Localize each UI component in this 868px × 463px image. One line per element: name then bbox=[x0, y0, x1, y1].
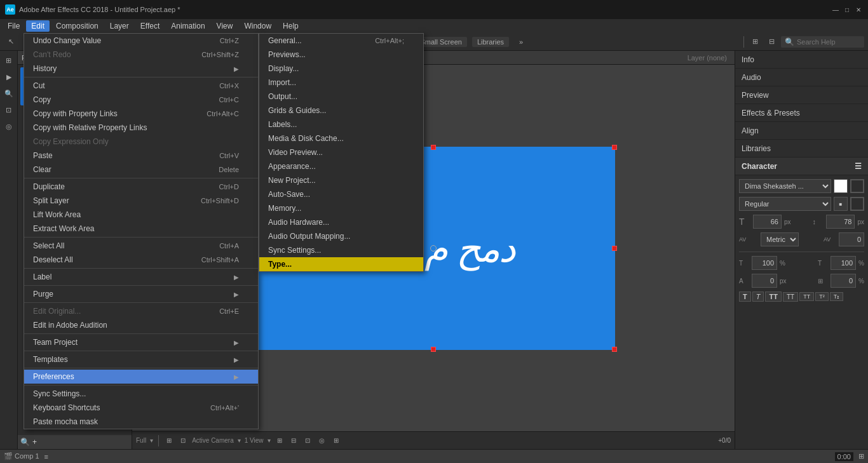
viewer-toggle-1[interactable]: ⊞ bbox=[748, 35, 762, 49]
menu-templates[interactable]: Templates ▶ bbox=[24, 352, 258, 366]
sub-button[interactable]: T₂ bbox=[830, 292, 844, 301]
menu-effect[interactable]: Effect bbox=[135, 20, 165, 32]
pref-sync-settings[interactable]: Sync Settings... bbox=[259, 243, 423, 257]
italic-button[interactable]: T bbox=[752, 292, 764, 302]
search-input[interactable] bbox=[797, 38, 860, 46]
minimize-button[interactable]: — bbox=[831, 5, 840, 14]
menu-help[interactable]: Help bbox=[278, 20, 304, 32]
menu-label[interactable]: Label ▶ bbox=[24, 270, 258, 284]
handle-br[interactable] bbox=[612, 347, 617, 352]
viewer-toggle-2[interactable]: ⊟ bbox=[764, 35, 778, 49]
menu-team-project[interactable]: Team Project ▶ bbox=[24, 335, 258, 349]
menu-edit-original[interactable]: Edit Original... Ctrl+E bbox=[24, 304, 258, 318]
small-caps-button[interactable]: TT bbox=[799, 292, 814, 301]
menu-duplicate[interactable]: Duplicate Ctrl+D bbox=[24, 180, 258, 194]
bold-style-button[interactable]: TT bbox=[765, 292, 781, 302]
menu-keyboard-shortcuts[interactable]: Keyboard Shortcuts Ctrl+Alt+' bbox=[24, 401, 258, 415]
menu-paste-mocha[interactable]: Paste mocha mask bbox=[24, 415, 258, 429]
handle-mr[interactable] bbox=[612, 246, 617, 251]
menu-copy-property-links[interactable]: Copy with Property Links Ctrl+Alt+C bbox=[24, 107, 258, 121]
all-caps-button[interactable]: TT bbox=[783, 292, 798, 302]
pref-audio-output[interactable]: Audio Output Mapping... bbox=[259, 229, 423, 243]
pref-previews[interactable]: Previews... bbox=[259, 48, 423, 62]
fill-color-swatch[interactable] bbox=[834, 179, 848, 193]
leading-input[interactable] bbox=[826, 215, 855, 229]
pref-auto-save[interactable]: Auto-Save... bbox=[259, 187, 423, 201]
handle-tr[interactable] bbox=[612, 145, 617, 150]
handle-tm[interactable] bbox=[431, 145, 436, 150]
search-left-icon[interactable]: 🔍 bbox=[2, 86, 16, 100]
scale-v-input[interactable] bbox=[831, 256, 856, 270]
style-select[interactable]: Regular bbox=[739, 197, 831, 211]
pref-type[interactable]: Type... bbox=[259, 257, 423, 271]
panel-item-effects[interactable]: Effects & Presets bbox=[735, 104, 868, 122]
menu-copy-relative[interactable]: Copy with Relative Property Links bbox=[24, 121, 258, 135]
menu-undo[interactable]: Undo Change Value Ctrl+Z bbox=[24, 34, 258, 48]
menu-deselect-all[interactable]: Deselect All Ctrl+Shift+A bbox=[24, 253, 258, 267]
project-add-icon[interactable]: + bbox=[32, 438, 37, 446]
pref-grids[interactable]: Grids & Guides... bbox=[259, 104, 423, 117]
menu-history[interactable]: History ▶ bbox=[24, 62, 258, 76]
pref-display[interactable]: Display... bbox=[259, 62, 423, 76]
panel-item-character[interactable]: Character ☰ bbox=[735, 158, 868, 175]
pref-new-project[interactable]: New Project... bbox=[259, 173, 423, 187]
project-search-icon[interactable]: 🔍 bbox=[20, 438, 30, 446]
menu-sync-settings[interactable]: Sync Settings... bbox=[24, 387, 258, 401]
color-stroke-icon[interactable] bbox=[850, 197, 864, 211]
font-size-input[interactable] bbox=[753, 215, 782, 229]
scale-h-input[interactable] bbox=[752, 256, 777, 270]
tsukuri-input[interactable] bbox=[831, 274, 856, 288]
pref-media-cache[interactable]: Media & Disk Cache... bbox=[259, 131, 423, 145]
comp-ctrl-6[interactable]: ◎ bbox=[316, 436, 327, 445]
stroke-color-swatch[interactable] bbox=[850, 179, 864, 193]
pref-labels[interactable]: Labels... bbox=[259, 117, 423, 131]
preview-icon[interactable]: ▶ bbox=[2, 70, 16, 84]
menu-select-all[interactable]: Select All Ctrl+A bbox=[24, 239, 258, 253]
effects-icon[interactable]: ⊡ bbox=[2, 103, 16, 117]
menu-file[interactable]: File bbox=[3, 20, 25, 32]
tracking-input[interactable] bbox=[839, 232, 864, 246]
comp-ctrl-7[interactable]: ⊞ bbox=[331, 436, 341, 445]
menu-window[interactable]: Window bbox=[239, 20, 276, 32]
comp-ctrl-3[interactable]: ⊞ bbox=[275, 436, 285, 445]
pref-appearance[interactable]: Appearance... bbox=[259, 159, 423, 173]
maximize-button[interactable]: □ bbox=[843, 5, 851, 14]
menu-copy-expression[interactable]: Copy Expression Only bbox=[24, 135, 258, 149]
panel-item-info[interactable]: Info bbox=[735, 51, 868, 69]
pref-general[interactable]: General... Ctrl+Alt+; bbox=[259, 34, 423, 48]
menu-copy[interactable]: Copy Ctrl+C bbox=[24, 93, 258, 107]
menu-split-layer[interactable]: Split Layer Ctrl+Shift+D bbox=[24, 194, 258, 208]
super-button[interactable]: T² bbox=[815, 292, 829, 301]
pref-import[interactable]: Import... bbox=[259, 76, 423, 90]
menu-lift-work-area[interactable]: Lift Work Area bbox=[24, 208, 258, 222]
color-picker-icon[interactable]: ■ bbox=[834, 197, 848, 211]
menu-preferences[interactable]: Preferences ▶ bbox=[24, 370, 258, 384]
handle-bm[interactable] bbox=[431, 347, 436, 352]
comp-ctrl-5[interactable]: ⊡ bbox=[302, 436, 313, 445]
menu-extract-work-area[interactable]: Extract Work Area bbox=[24, 222, 258, 236]
select-tool[interactable]: ↖ bbox=[4, 35, 18, 49]
menu-edit-audition[interactable]: Edit in Adobe Audition bbox=[24, 318, 258, 332]
tools-icon[interactable]: ⊞ bbox=[2, 53, 16, 67]
pref-output[interactable]: Output... bbox=[259, 90, 423, 104]
font-select[interactable]: Dima Shekasteh ... bbox=[739, 179, 831, 193]
menu-layer[interactable]: Layer bbox=[105, 20, 134, 32]
menu-paste[interactable]: Paste Ctrl+V bbox=[24, 149, 258, 163]
character-menu-icon[interactable]: ☰ bbox=[855, 162, 862, 171]
workspace-more[interactable]: » bbox=[514, 35, 528, 49]
menu-cut[interactable]: Cut Ctrl+X bbox=[24, 79, 258, 93]
panel-item-preview[interactable]: Preview bbox=[735, 86, 868, 104]
pref-video-preview[interactable]: Video Preview... bbox=[259, 145, 423, 159]
eye-icon[interactable]: ◎ bbox=[2, 119, 16, 133]
timeline-menu[interactable]: ≡ bbox=[44, 453, 48, 460]
comp-ctrl-4[interactable]: ⊟ bbox=[288, 436, 299, 445]
comp-ctrl-2[interactable]: ⊡ bbox=[178, 436, 188, 445]
menu-edit[interactable]: Edit bbox=[26, 20, 50, 32]
panel-item-audio[interactable]: Audio bbox=[735, 69, 868, 86]
pref-memory[interactable]: Memory... bbox=[259, 201, 423, 215]
menu-animation[interactable]: Animation bbox=[166, 20, 210, 32]
menu-clear[interactable]: Clear Delete bbox=[24, 163, 258, 177]
comp-ctrl-camera-arrow[interactable]: ▾ bbox=[238, 437, 241, 444]
workspace-libraries[interactable]: Libraries bbox=[472, 37, 509, 47]
panel-item-libraries[interactable]: Libraries bbox=[735, 140, 868, 158]
